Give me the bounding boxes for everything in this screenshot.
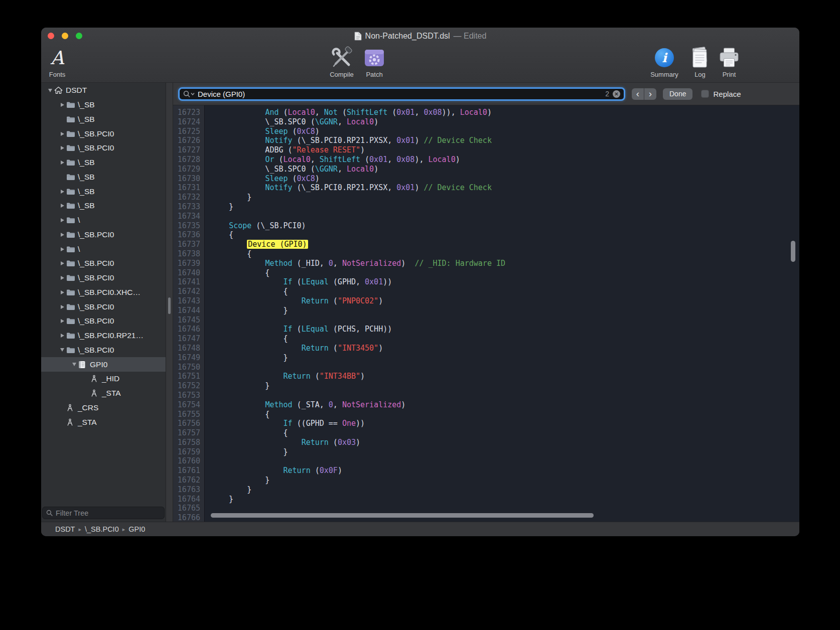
code-line: Return ("INT34BB"): [211, 372, 799, 381]
disclosure-closed-icon[interactable]: [58, 130, 66, 138]
disclosure-closed-icon[interactable]: [58, 245, 66, 253]
patch-button[interactable]: Patch: [354, 45, 394, 78]
minimize-button[interactable]: [62, 33, 68, 39]
fonts-button[interactable]: A Fonts: [41, 45, 77, 78]
zoom-button[interactable]: [76, 33, 82, 39]
done-button[interactable]: Done: [663, 88, 692, 100]
breadcrumb-item[interactable]: DSDT: [55, 525, 75, 533]
tree-item-sta[interactable]: _STA: [41, 386, 166, 401]
disclosure-closed-icon[interactable]: [58, 259, 66, 267]
vertical-scrollbar-thumb[interactable]: [791, 241, 795, 262]
tree-item-sbpci0[interactable]: \_SB.PCI0: [41, 256, 166, 271]
disclosure-closed-icon[interactable]: [58, 101, 66, 109]
line-number-gutter: 1672316724167251672616727167281672916730…: [173, 105, 205, 522]
tree-item-sbpci0[interactable]: \_SB.PCI0: [41, 271, 166, 285]
tree-item-[interactable]: \: [41, 242, 166, 256]
log-label: Log: [694, 71, 706, 78]
tree-item-sbpci0[interactable]: \_SB.PCI0: [41, 228, 166, 242]
disclosure-closed-icon[interactable]: [58, 332, 66, 340]
tree-item-sbpci0[interactable]: \_SB.PCI0: [41, 343, 166, 358]
tree-item-label: \_SB: [78, 100, 95, 109]
tree-item-sbpci0[interactable]: \_SB.PCI0: [41, 314, 166, 329]
code-line: }: [211, 306, 799, 316]
code-line: Return ("PNP0C02"): [211, 296, 799, 306]
disclosure-closed-icon[interactable]: [58, 317, 66, 325]
tree-item-sb[interactable]: \_SB: [41, 199, 166, 213]
close-button[interactable]: [48, 33, 54, 39]
breadcrumb-item[interactable]: \_SB.PCI0: [85, 525, 119, 533]
summary-button[interactable]: i Summary: [644, 45, 684, 78]
disclosure-open-icon[interactable]: [58, 346, 66, 354]
disclosure-spacer: [58, 173, 66, 181]
line-number: 16743: [173, 296, 200, 306]
tree-item-sbpci0[interactable]: \_SB.PCI0: [41, 299, 166, 314]
disclosure-closed-icon[interactable]: [58, 202, 66, 210]
disclosure-closed-icon[interactable]: [58, 144, 66, 152]
disclosure-closed-icon[interactable]: [58, 231, 66, 239]
line-number: 16729: [173, 165, 200, 174]
line-number: 16740: [173, 268, 200, 278]
find-next-button[interactable]: ›: [644, 88, 656, 100]
clear-search-button[interactable]: ✕: [613, 90, 620, 98]
tree-item-crs[interactable]: _CRS: [41, 401, 166, 415]
disclosure-open-icon[interactable]: [70, 361, 78, 369]
compile-icon: [330, 45, 353, 70]
horizontal-scrollbar-thumb[interactable]: [211, 513, 594, 518]
disclosure-open-icon[interactable]: [46, 86, 54, 94]
folder-icon: [66, 202, 78, 209]
line-number: 16753: [173, 391, 200, 400]
disclosure-closed-icon[interactable]: [58, 216, 66, 224]
tree-item-sbpci0[interactable]: \_SB.PCI0: [41, 126, 166, 141]
tree-item-sb[interactable]: \_SB: [41, 98, 166, 112]
disclosure-closed-icon[interactable]: [58, 303, 66, 311]
disclosure-closed-icon[interactable]: [58, 188, 66, 196]
line-number: 16731: [173, 183, 200, 193]
tree-item-dsdt[interactable]: DSDT: [41, 83, 166, 98]
search-input[interactable]: [198, 90, 603, 98]
tree-item-label: \_SB.PCI0: [78, 129, 114, 138]
tree-item-gpi0[interactable]: GPI0: [41, 357, 166, 372]
print-button[interactable]: Print: [709, 45, 749, 78]
breadcrumb-separator-icon: ▸: [78, 526, 81, 533]
method-icon: [66, 418, 78, 426]
method-icon: [66, 404, 78, 412]
replace-checkbox[interactable]: [701, 90, 709, 98]
line-number: 16761: [173, 466, 200, 476]
line-number: 16735: [173, 221, 200, 231]
tree-item-sb[interactable]: \_SB: [41, 155, 166, 170]
code-editor[interactable]: 1672316724167251672616727167281672916730…: [173, 105, 799, 522]
tree-item-sbpci0[interactable]: \_SB.PCI0: [41, 141, 166, 155]
tree-item-sb[interactable]: \_SB: [41, 112, 166, 127]
print-icon: [718, 45, 741, 70]
filter-tree-input[interactable]: [56, 509, 161, 517]
search-icon[interactable]: [183, 90, 195, 97]
tree-item-hid[interactable]: _HID: [41, 372, 166, 386]
sidebar-splitter[interactable]: [166, 83, 173, 522]
tree-item-sbpci0xhc[interactable]: \_SB.PCI0.XHC…: [41, 285, 166, 300]
tree-item-label: \: [78, 216, 80, 225]
line-number: 16733: [173, 202, 200, 212]
tree-item-sb[interactable]: \_SB: [41, 184, 166, 199]
tree-item-sta[interactable]: _STA: [41, 415, 166, 429]
line-number: 16748: [173, 344, 200, 353]
disclosure-closed-icon[interactable]: [58, 274, 66, 282]
line-number: 16742: [173, 287, 200, 296]
breadcrumb-item[interactable]: GPI0: [128, 525, 145, 533]
splitter-handle[interactable]: [168, 297, 171, 314]
find-previous-button[interactable]: ‹: [632, 88, 644, 100]
disclosure-spacer: [58, 115, 66, 123]
find-navigation: ‹ ›: [632, 88, 656, 100]
line-number: 16766: [173, 513, 200, 522]
filter-tree-field[interactable]: [42, 507, 165, 519]
tree-item-sb[interactable]: \_SB: [41, 170, 166, 185]
tree-item-[interactable]: \: [41, 213, 166, 228]
code-content[interactable]: And (Local0, Not (ShiftLeft (0x01, 0x08)…: [205, 105, 799, 522]
tree-item-sbpci0rp21[interactable]: \_SB.PCI0.RP21…: [41, 329, 166, 343]
disclosure-closed-icon[interactable]: [58, 288, 66, 296]
code-line: [211, 391, 799, 400]
search-field[interactable]: 2 ✕: [178, 87, 625, 101]
disclosure-closed-icon[interactable]: [58, 159, 66, 167]
line-number: 16732: [173, 193, 200, 202]
line-number: 16734: [173, 212, 200, 221]
line-number: 16752: [173, 381, 200, 391]
